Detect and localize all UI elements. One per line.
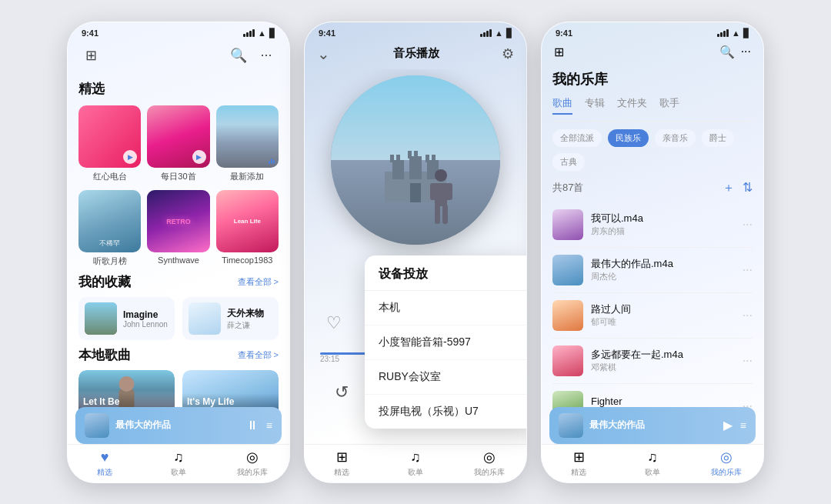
- song-row-luguoren[interactable]: 路过人间 郁可唯 ···: [552, 293, 753, 339]
- count-label: 共87首: [552, 181, 583, 195]
- library-label-1: 我的乐库: [237, 467, 268, 478]
- genre-jazz[interactable]: 爵士: [702, 129, 734, 147]
- phone-3: 9:41 ▲ ▊ ⊞ 🔍 ··· 我的乐库 歌曲 专辑 文件夹 歌手: [541, 22, 764, 483]
- search-icon[interactable]: 🔍: [228, 45, 249, 66]
- search-icon-3[interactable]: 🔍: [719, 45, 735, 59]
- thumb-daily: ▶: [147, 105, 209, 168]
- playlist-btn-3[interactable]: ≡: [740, 419, 746, 432]
- np-thumb-1: [85, 413, 109, 438]
- bottom-nav-2: ⊞ 精选 ♫ 歌单 ◎ 我的乐库: [305, 444, 526, 482]
- tab-songs[interactable]: 歌曲: [552, 96, 572, 115]
- settings-icon[interactable]: ⚙: [502, 45, 514, 62]
- home-icon-3[interactable]: ⊞: [554, 45, 564, 59]
- zuiweida-artist: 周杰伦: [591, 271, 735, 282]
- thumb-tianwai: [189, 302, 221, 335]
- nav-library-3[interactable]: ◎ 我的乐库: [689, 449, 763, 478]
- home-icon[interactable]: ⊞: [80, 45, 102, 66]
- cast-option-ruby[interactable]: RUBY会议室: [365, 360, 527, 395]
- np-controls-1: ⏸ ≡: [246, 419, 272, 432]
- svg-rect-4: [392, 160, 404, 179]
- library-icon-1: ◎: [246, 449, 259, 466]
- battery-icon: ▊: [269, 28, 275, 38]
- featured-label-2: 精选: [334, 467, 349, 478]
- svg-rect-16: [430, 183, 438, 200]
- wokeyi-info: 我可以.m4a 房东的猫: [591, 212, 735, 237]
- cast-option-local[interactable]: 本机: [365, 291, 527, 325]
- luguoren-more[interactable]: ···: [743, 309, 753, 322]
- signal-icon-3: [717, 29, 729, 37]
- label-synthwave: Synthwave: [158, 255, 199, 265]
- now-playing-bar-1[interactable]: 最伟大的作品 ⏸ ≡: [75, 407, 282, 444]
- battery-icon-2: ▊: [506, 28, 512, 38]
- collection-tianwai[interactable]: 天外来物 薛之谦: [182, 297, 279, 340]
- more-icon-3[interactable]: ···: [741, 45, 751, 59]
- thumb-zuiweida-list: [552, 255, 583, 285]
- genre-tabs: 全部流派 民族乐 亲音乐 爵士 古典: [552, 129, 753, 171]
- tab-artists[interactable]: 歌手: [659, 96, 679, 115]
- heart-btn[interactable]: ♡: [326, 313, 342, 333]
- zuiweida-more[interactable]: ···: [743, 263, 753, 277]
- cast-option-xiaodu[interactable]: 小度智能音箱-5997: [365, 325, 527, 360]
- now-playing-bar-3[interactable]: 最伟大的作品 ▶ ≡: [549, 407, 756, 444]
- duoyuan-artist: 邓紫棋: [591, 362, 735, 373]
- grid-item-radio[interactable]: ▶ 红心电台: [78, 105, 141, 182]
- status-icons-3: ▲ ▊: [717, 28, 749, 38]
- collection-imagine[interactable]: Imagine John Lennon: [78, 297, 175, 340]
- nav-featured-3[interactable]: ⊞ 精选: [542, 449, 616, 478]
- playlist-btn-1[interactable]: ≡: [266, 419, 272, 432]
- nav-library-1[interactable]: ◎ 我的乐库: [215, 449, 289, 478]
- status-bar-1: 9:41 ▲ ▊: [68, 22, 289, 42]
- collection-header: 我的收藏 查看全部 >: [78, 273, 279, 291]
- nav-featured-2[interactable]: ⊞ 精选: [305, 449, 379, 478]
- np-info-3: 最伟大的作品: [589, 419, 717, 432]
- imagine-artist: John Lennon: [123, 320, 169, 329]
- wifi-icon-3: ▲: [732, 28, 740, 38]
- grid-item-daily[interactable]: ▶ 每日30首: [147, 105, 209, 182]
- current-time: 23:15: [320, 355, 339, 363]
- add-btn[interactable]: ＋: [723, 180, 735, 196]
- library-tabs: 歌曲 专辑 文件夹 歌手: [552, 96, 753, 122]
- cast-option-tv[interactable]: 投屏电视（乐视）U7: [365, 395, 527, 429]
- genre-qin[interactable]: 亲音乐: [655, 129, 696, 147]
- song-row-wokeyi[interactable]: 我可以.m4a 房东的猫 ···: [552, 202, 753, 248]
- back-chevron[interactable]: ⌄: [317, 45, 330, 63]
- tab-albums[interactable]: 专辑: [585, 96, 605, 115]
- genre-all[interactable]: 全部流派: [552, 129, 602, 147]
- nav-playlist-1[interactable]: ♫ 歌单: [142, 449, 215, 478]
- repeat-btn[interactable]: ↺: [335, 382, 349, 402]
- wokeyi-more[interactable]: ···: [743, 218, 753, 232]
- collection-see-all[interactable]: 查看全部 >: [238, 276, 279, 288]
- genre-classical[interactable]: 古典: [552, 153, 585, 171]
- local-see-all[interactable]: 查看全部 >: [238, 349, 279, 361]
- label-radio: 红心电台: [93, 171, 127, 182]
- grid-item-chart[interactable]: 不稀罕 听歌月榜: [78, 190, 141, 267]
- zuiweida-title: 最伟大的作品.m4a: [591, 257, 735, 271]
- playlist-label-2: 歌单: [408, 467, 423, 478]
- play-btn-3[interactable]: ▶: [723, 418, 733, 432]
- nav-playlist-2[interactable]: ♫ 歌单: [379, 449, 452, 478]
- local-title: 本地歌曲: [78, 346, 131, 364]
- tab-folders[interactable]: 文件夹: [617, 96, 647, 115]
- svg-rect-9: [408, 151, 412, 159]
- sort-btn[interactable]: ⇅: [743, 180, 753, 196]
- genre-minzu[interactable]: 民族乐: [608, 129, 649, 147]
- duoyuan-more[interactable]: ···: [743, 354, 753, 368]
- letitbe-name: Let It Be: [83, 396, 170, 407]
- time-2: 9:41: [319, 28, 335, 38]
- nav-featured-1[interactable]: ♥ 精选: [68, 449, 142, 478]
- battery-icon-3: ▊: [743, 28, 749, 38]
- more-icon[interactable]: ···: [255, 45, 277, 66]
- song-row-zuiweida[interactable]: 最伟大的作品.m4a 周杰伦 ···: [552, 248, 753, 293]
- cast-popup: 设备投放 本机 小度智能音箱-5997 RUBY会议室 投屏电视（乐视）U7: [365, 255, 527, 429]
- grid-item-synthwave[interactable]: RETRO Synthwave: [147, 190, 209, 267]
- collection-tianwai-info: 天外来物 薛之谦: [227, 307, 272, 331]
- grid-item-new[interactable]: 最新添加: [216, 105, 279, 182]
- grid-item-timecop[interactable]: Lean Life Timecop1983: [216, 190, 279, 267]
- nav-library-2[interactable]: ◎ 我的乐库: [452, 449, 526, 478]
- song-row-duoyuan[interactable]: 多远都要在一起.m4a 邓紫棋 ···: [552, 339, 753, 384]
- pause-btn-1[interactable]: ⏸: [246, 419, 259, 432]
- label-chart: 听歌月榜: [93, 255, 127, 267]
- top-bar-1: ⊞ 🔍 ···: [68, 42, 289, 72]
- nav-playlist-3[interactable]: ♫ 歌单: [616, 449, 689, 478]
- tianwai-artist: 薛之谦: [227, 320, 272, 331]
